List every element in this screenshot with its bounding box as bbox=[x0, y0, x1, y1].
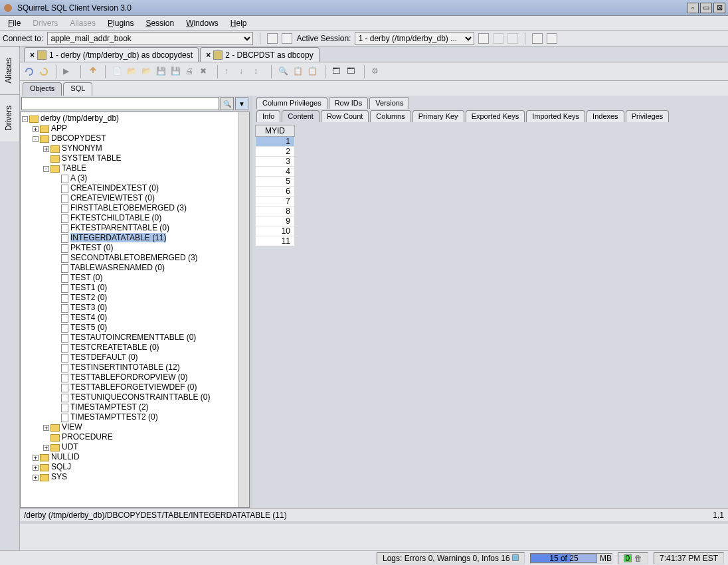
tree-node[interactable]: TESTDEFAULT (0) bbox=[22, 353, 248, 363]
tree-node[interactable]: TESTUNIQUECONSTRAINTTABLE (0) bbox=[22, 392, 248, 402]
tree-node[interactable]: TEST3 (0) bbox=[22, 303, 248, 313]
table-cell[interactable]: 9 bbox=[256, 216, 295, 226]
saveall-icon[interactable]: 💾 bbox=[171, 66, 181, 77]
object-tree[interactable]: -derby (/tmp/derby_db)+APP-DBCOPYDEST+SY… bbox=[20, 112, 250, 508]
new-session-icon[interactable] bbox=[282, 33, 292, 44]
tree-node[interactable]: -derby (/tmp/derby_db) bbox=[22, 114, 248, 123]
detail-tab[interactable]: Info bbox=[256, 110, 280, 122]
print-icon[interactable]: 🖨 bbox=[185, 66, 196, 77]
table-row[interactable]: 5 bbox=[256, 177, 295, 187]
menu-plugins[interactable]: Plugins bbox=[108, 19, 134, 28]
tree-node[interactable]: -TABLE bbox=[22, 163, 248, 173]
append-icon[interactable]: 📂 bbox=[141, 66, 152, 77]
detail-tab[interactable]: Primary Key bbox=[412, 110, 464, 122]
plugin-icon[interactable]: ⚙ bbox=[371, 66, 382, 77]
delete-icon[interactable]: ✖ bbox=[200, 66, 211, 77]
tab-objects[interactable]: Objects bbox=[23, 82, 62, 96]
maximize-button[interactable]: ▭ bbox=[700, 3, 712, 13]
stop-icon[interactable] bbox=[507, 33, 518, 44]
menu-session[interactable]: Session bbox=[145, 19, 174, 28]
minimize-button[interactable]: ▫ bbox=[687, 3, 699, 13]
data-table[interactable]: MYID 1234567891011 bbox=[255, 125, 295, 246]
tree-node[interactable]: TEST5 (0) bbox=[22, 323, 248, 333]
expand-icon[interactable]: - bbox=[43, 166, 49, 172]
connect-icon[interactable] bbox=[267, 33, 278, 44]
menu-file[interactable]: File bbox=[8, 19, 21, 28]
window-icon[interactable]: 🗔 bbox=[332, 66, 343, 77]
expand-icon[interactable]: - bbox=[22, 116, 28, 122]
tree-node[interactable]: TESTTABLEFORDROPVIEW (0) bbox=[22, 372, 248, 382]
table-cell[interactable]: 1 bbox=[256, 137, 295, 147]
menu-aliases[interactable]: Aliases bbox=[70, 19, 96, 28]
expand-icon[interactable]: + bbox=[43, 445, 49, 451]
logs-status[interactable]: Logs: Errors 0, Warnings 0, Infos 16 bbox=[377, 552, 525, 564]
tree-node[interactable]: SYSTEM TABLE bbox=[22, 153, 248, 163]
tree-node[interactable]: TEST4 (0) bbox=[22, 313, 248, 323]
zoom-icon[interactable]: 🔍 bbox=[278, 66, 289, 77]
run-icon[interactable]: ▶ bbox=[63, 66, 74, 77]
detail-tab[interactable]: Exported Keys bbox=[466, 110, 525, 122]
session-tab-1[interactable]: × 1 - derby (/tmp/derby_db) as dbcopydes… bbox=[24, 47, 199, 62]
toolbar-icon-2[interactable] bbox=[532, 33, 543, 44]
menu-windows[interactable]: Windows bbox=[186, 19, 219, 28]
close-icon[interactable]: × bbox=[30, 50, 35, 60]
tree-node[interactable]: -DBCOPYDEST bbox=[22, 133, 248, 143]
close-button[interactable]: ⊠ bbox=[713, 3, 725, 13]
detail-tab[interactable]: Columns bbox=[370, 110, 410, 122]
tree-node[interactable]: TESTINSERTINTOTABLE (12) bbox=[22, 363, 248, 372]
tree-node[interactable]: +SYS bbox=[22, 472, 248, 482]
tree-node[interactable]: TESTCREATETABLE (0) bbox=[22, 343, 248, 353]
tree-node[interactable]: +VIEW bbox=[22, 422, 248, 432]
detail-tab[interactable]: Versions bbox=[369, 97, 409, 109]
tree-node[interactable]: +SYNONYM bbox=[22, 143, 248, 153]
export-icon[interactable] bbox=[88, 66, 98, 77]
clip-icon[interactable]: 📋 bbox=[308, 66, 318, 77]
toolbar-icon-3[interactable] bbox=[547, 33, 557, 44]
side-tab-aliases[interactable]: Aliases bbox=[0, 46, 19, 94]
tree-node[interactable]: TESTTABLEFORGETVIEWDEF (0) bbox=[22, 382, 248, 392]
expand-icon[interactable]: + bbox=[33, 465, 39, 471]
expand-icon[interactable]: + bbox=[33, 455, 39, 461]
tree-node[interactable]: A (3) bbox=[22, 173, 248, 183]
tab-sql[interactable]: SQL bbox=[63, 82, 92, 96]
tree-node[interactable]: +SQLJ bbox=[22, 462, 248, 472]
filter-icon[interactable]: ▼ bbox=[235, 97, 248, 110]
menu-drivers[interactable]: Drivers bbox=[33, 19, 58, 28]
table-row[interactable]: 10 bbox=[256, 226, 295, 236]
menu-help[interactable]: Help bbox=[230, 19, 247, 28]
tree-node[interactable]: FIRSTTABLETOBEMERGED (3) bbox=[22, 203, 248, 213]
side-tab-drivers[interactable]: Drivers bbox=[0, 94, 19, 141]
table-row[interactable]: 4 bbox=[256, 167, 295, 177]
rotate-icon[interactable] bbox=[39, 66, 49, 77]
toolbar-icon-1[interactable] bbox=[478, 33, 489, 44]
play-icon[interactable] bbox=[493, 33, 503, 44]
table-row[interactable]: 7 bbox=[256, 197, 295, 206]
table-row[interactable]: 1 bbox=[256, 137, 295, 147]
tree-node[interactable]: TEST2 (0) bbox=[22, 293, 248, 303]
detail-tab[interactable]: Column Privileges bbox=[256, 97, 327, 109]
tree-node[interactable]: TEST (0) bbox=[22, 273, 248, 283]
search-icon[interactable]: 🔍 bbox=[221, 97, 234, 110]
table-row[interactable]: 6 bbox=[256, 187, 295, 197]
detail-tab[interactable]: Row IDs bbox=[329, 97, 369, 109]
table-row[interactable]: 9 bbox=[256, 216, 295, 226]
open-icon[interactable]: 📂 bbox=[127, 66, 137, 77]
up-icon[interactable]: ↑ bbox=[225, 66, 235, 77]
tree-node[interactable]: CREATEINDEXTEST (0) bbox=[22, 183, 248, 193]
refresh-icon[interactable] bbox=[24, 66, 35, 77]
detail-tab[interactable]: Row Count bbox=[321, 110, 369, 122]
table-row[interactable]: 11 bbox=[256, 236, 295, 246]
tree-node[interactable]: TESTAUTOINCREMENTTABLE (0) bbox=[22, 333, 248, 343]
detail-tab[interactable]: Indexes bbox=[587, 110, 624, 122]
trash-icon[interactable]: 🗑 bbox=[634, 554, 642, 563]
expand-icon[interactable]: + bbox=[33, 475, 39, 481]
tree-node[interactable]: TIMESTAMPTTEST2 (0) bbox=[22, 412, 248, 422]
connect-alias-select[interactable]: apple_mail_addr_book bbox=[47, 32, 253, 45]
table-cell[interactable]: 11 bbox=[256, 236, 295, 246]
close-icon[interactable]: × bbox=[206, 50, 211, 60]
down-icon[interactable]: ↓ bbox=[239, 66, 250, 77]
session-tab-2[interactable]: × 2 - DBCPDST as dbcopy bbox=[200, 47, 319, 62]
detail-tab[interactable]: Imported Keys bbox=[526, 110, 585, 122]
expand-icon[interactable]: + bbox=[43, 425, 49, 431]
tree-search-input[interactable] bbox=[21, 97, 219, 110]
